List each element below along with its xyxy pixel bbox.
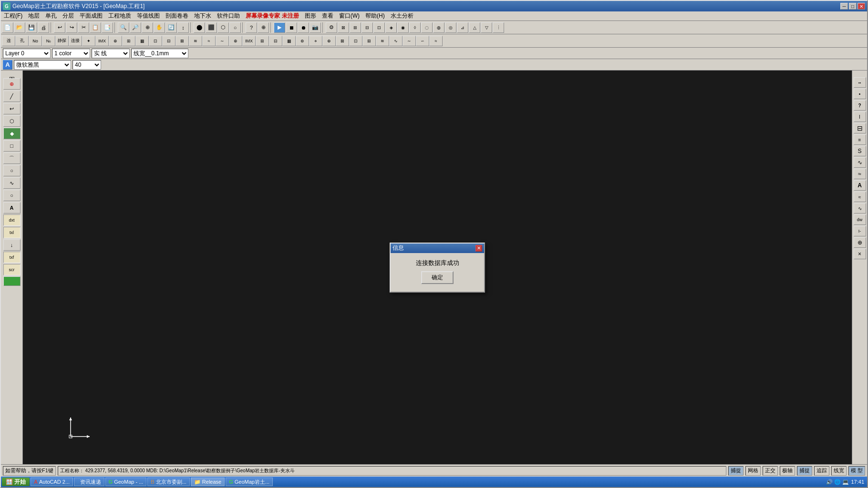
status-ortho[interactable]: 正交 — [763, 466, 778, 476]
tool-line[interactable]: ╱ — [3, 91, 21, 102]
menu-help[interactable]: 帮助(H) — [362, 11, 388, 20]
tb-paste[interactable]: 📑 — [102, 22, 113, 33]
tb-geo20[interactable]: ⊞ — [256, 36, 269, 46]
taskbar-release[interactable]: 📁 Release — [191, 478, 225, 486]
rtool-5[interactable]: ⊟ — [854, 123, 866, 133]
tb-tools4[interactable]: ⊡ — [373, 22, 385, 33]
tb-pan[interactable]: ✋ — [154, 22, 165, 33]
menu-project[interactable]: 工程(F) — [1, 11, 25, 20]
tb-geo22[interactable]: ▦ — [282, 36, 296, 46]
tb-stop[interactable]: ⏹ — [286, 22, 297, 33]
tool-crosshair[interactable]: ⊕ — [3, 78, 21, 90]
menu-contour[interactable]: 等值线图 — [134, 11, 163, 20]
tb-help[interactable]: ? — [246, 22, 257, 33]
menu-water-analysis[interactable]: 水土分析 — [388, 11, 416, 20]
tb-geo17[interactable]: ∼ — [216, 36, 229, 46]
tb-geo18[interactable]: ⊕ — [229, 36, 242, 46]
menu-view[interactable]: 查看 — [319, 11, 336, 20]
tb-undo[interactable]: ↩ — [54, 22, 65, 33]
tb-geo26[interactable]: ⊠ — [336, 36, 349, 46]
tb-circle-select[interactable]: ○ — [229, 22, 241, 33]
tb-open[interactable]: 📂 — [14, 22, 25, 33]
tb-geo32[interactable]: ∽ — [416, 36, 429, 46]
menu-window[interactable]: 窗口(W) — [336, 11, 362, 20]
tb-tools6[interactable]: ◉ — [397, 22, 409, 33]
rtool-plus[interactable]: ⊕ — [854, 237, 866, 248]
tb-geo23[interactable]: ⊛ — [296, 36, 309, 46]
status-track[interactable]: 追踪 — [814, 466, 829, 476]
rtool-4[interactable]: I — [854, 112, 866, 122]
tb-tools3[interactable]: ⊟ — [362, 22, 373, 33]
tb-tools13[interactable]: ▽ — [481, 22, 492, 33]
start-button[interactable]: 🪟 开始 — [2, 478, 30, 486]
tb-geo27[interactable]: ⊡ — [349, 36, 362, 46]
tb-geo33[interactable]: ≈ — [429, 36, 443, 46]
taskbar-geomap2[interactable]: G GeoMap岩土... — [226, 478, 273, 486]
tb-geo12[interactable]: ⊡ — [149, 36, 162, 46]
tb-tools14[interactable]: ⋮ — [493, 22, 504, 33]
taskbar-news[interactable]: i 资讯速递 — [74, 478, 104, 486]
tb-geo29[interactable]: ≋ — [376, 36, 389, 46]
tb-copy[interactable]: 📋 — [90, 22, 101, 33]
tb-zoom-all[interactable]: ⊕ — [142, 22, 153, 33]
rtool-1[interactable]: •• — [854, 77, 866, 88]
tb-tools9[interactable]: ◍ — [433, 22, 444, 33]
fontsize-select[interactable]: 40 — [72, 60, 101, 70]
tb-refresh[interactable]: 🔄 — [165, 22, 177, 33]
tb-snap[interactable]: ⊕ — [258, 22, 269, 33]
taskbar-beijing[interactable]: B 北京市委副... — [147, 478, 190, 486]
rtool-dw[interactable]: dw — [854, 214, 866, 225]
menu-engineering-geo[interactable]: 工程地质 — [105, 11, 134, 20]
tb-geo3[interactable]: No — [29, 36, 42, 46]
tb-geo2[interactable]: 孔 — [15, 36, 29, 46]
tb-geo11[interactable]: ▦ — [135, 36, 149, 46]
tool-rect[interactable]: □ — [3, 140, 21, 152]
tb-tools11[interactable]: ⊿ — [457, 22, 468, 33]
tb-realtime-zoom[interactable]: ↕ — [177, 22, 189, 33]
rtool-7[interactable]: S — [854, 146, 866, 156]
taskbar-autocad[interactable]: A AutoCAD 2... — [31, 478, 73, 486]
tb-geo8[interactable]: IMX — [95, 36, 109, 46]
tool-color-box[interactable] — [3, 276, 21, 286]
linewidth-select[interactable]: 线宽__0.1mm — [131, 49, 188, 58]
rtool-i[interactable]: I- — [854, 226, 866, 236]
tb-cut[interactable]: ✂ — [78, 22, 89, 33]
tb-tools5[interactable]: ◈ — [385, 22, 397, 33]
tb-geo9[interactable]: ⊕ — [109, 36, 122, 46]
status-model[interactable]: 模 型 — [848, 466, 865, 476]
layer-select[interactable]: Layer 0 — [3, 49, 51, 58]
menu-screen-recorder[interactable]: 屏幕录像专家 未注册 — [243, 11, 301, 20]
rtool-2[interactable]: • — [854, 89, 866, 99]
tb-geo10[interactable]: ⊞ — [122, 36, 135, 46]
tb-geo13[interactable]: ⊟ — [162, 36, 176, 46]
status-linewidth[interactable]: 线宽 — [831, 466, 847, 476]
linetype-select[interactable]: 实 线 — [92, 49, 130, 58]
tb-window[interactable]: ⬛ — [206, 22, 217, 33]
tb-tools12[interactable]: △ — [469, 22, 480, 33]
tb-geo16[interactable]: ≈ — [202, 36, 216, 46]
tb-print[interactable]: 🖨 — [38, 22, 49, 33]
tb-zoom-out[interactable]: 🔎 — [130, 22, 141, 33]
status-capture[interactable]: 捕捉 — [728, 466, 744, 476]
tool-ellipse[interactable]: ○ — [3, 190, 21, 201]
menu-section[interactable]: 剖面卷卷 — [163, 11, 191, 20]
font-select[interactable]: 微软雅黑 — [14, 60, 71, 70]
tb-play[interactable]: ▶ — [274, 22, 285, 33]
tool-undo-draw[interactable]: ↩ — [3, 103, 21, 114]
status-grid[interactable]: 网格 — [745, 466, 761, 476]
tb-tools7[interactable]: ◊ — [409, 22, 421, 33]
tb-geo28[interactable]: ⊞ — [362, 36, 376, 46]
tb-geo15[interactable]: ≋ — [189, 36, 202, 46]
tb-geo24[interactable]: ⋄ — [309, 36, 322, 46]
tb-select[interactable]: ⬤ — [194, 22, 205, 33]
minimize-button[interactable]: ─ — [840, 3, 848, 10]
taskbar-geomap[interactable]: G GeoMap - ... — [105, 478, 147, 486]
color-select[interactable]: 1 color — [52, 49, 90, 58]
rtool-9[interactable]: ≈ — [854, 169, 866, 179]
tb-geo31[interactable]: ∼ — [403, 36, 416, 46]
tb-camera[interactable]: 📷 — [310, 22, 321, 33]
status-polar[interactable]: 极轴 — [780, 466, 795, 476]
tb-geo1[interactable]: 连 — [2, 36, 15, 46]
rtool-8[interactable]: ∿ — [854, 157, 866, 168]
rtool-3[interactable]: ? — [854, 100, 866, 111]
